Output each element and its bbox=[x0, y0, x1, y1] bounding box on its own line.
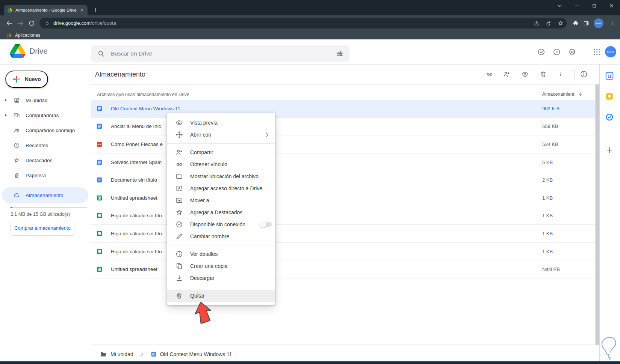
file-row[interactable]: Untitled spreadsheet1 KB bbox=[91, 189, 595, 207]
address-bar[interactable]: drive.google.com/drive/quota bbox=[39, 18, 567, 29]
sort-column-header[interactable]: Almacenamient bbox=[542, 91, 584, 97]
menu-item-mostrar-ubicacion[interactable]: Mostrar ubicación del archivo bbox=[167, 170, 275, 182]
menu-item-mover-a[interactable]: Mover a bbox=[167, 194, 275, 206]
download-icon bbox=[175, 274, 183, 282]
calendar-icon[interactable]: 31 bbox=[605, 71, 614, 80]
file-row[interactable]: Hoja de cálculo sin títu1 KB bbox=[91, 207, 595, 225]
info-icon bbox=[175, 250, 183, 258]
search-icon[interactable] bbox=[97, 50, 105, 57]
scrollbar-track[interactable] bbox=[595, 84, 599, 345]
keep-icon[interactable] bbox=[605, 92, 614, 101]
install-icon[interactable] bbox=[534, 20, 540, 26]
side-panel-icon[interactable] bbox=[583, 20, 589, 26]
share-person-add-icon[interactable] bbox=[503, 71, 510, 78]
expand-caret-icon[interactable] bbox=[5, 99, 7, 102]
delete-trash-icon[interactable] bbox=[540, 71, 547, 78]
breadcrumb-root[interactable]: Mi unidad bbox=[110, 351, 133, 357]
menu-item-agregar-acceso-directo[interactable]: Agregar acceso directo a Drive bbox=[167, 182, 275, 194]
tasks-icon[interactable] bbox=[605, 113, 614, 121]
menu-item-disponible-sin-conexion[interactable]: Disponible sin conexión bbox=[167, 218, 275, 230]
menu-item-vista-previa[interactable]: Vista previa bbox=[167, 117, 275, 129]
forward-button[interactable] bbox=[17, 20, 24, 27]
menu-item-abrir-con[interactable]: Abrir con bbox=[167, 129, 275, 141]
person-add-icon bbox=[175, 149, 183, 156]
reload-button[interactable] bbox=[28, 20, 35, 27]
buy-storage-button[interactable]: Comprar almacenamiento bbox=[11, 221, 74, 236]
sidebar-item-papelera[interactable]: Papelera bbox=[0, 168, 91, 183]
preview-eye-icon[interactable] bbox=[521, 71, 529, 78]
menu-item-quitar[interactable]: Quitar bbox=[167, 290, 275, 302]
file-row[interactable]: Hoja de cálculo sin títu1 KB bbox=[91, 225, 595, 243]
menu-item-crear-copia[interactable]: Crear una copia bbox=[167, 260, 275, 272]
file-row[interactable]: PDFCómo Poner Flechas e534 KB bbox=[91, 135, 595, 153]
add-addon-plus-icon[interactable] bbox=[605, 146, 614, 154]
file-size: 534 KB bbox=[542, 141, 558, 147]
menu-item-descargar[interactable]: Descargar bbox=[167, 272, 275, 284]
bookmarks-label[interactable]: Aplicaciones bbox=[15, 33, 40, 38]
account-avatar[interactable]: Solvetic bbox=[605, 46, 616, 57]
new-tab-button[interactable] bbox=[93, 7, 98, 13]
help-icon[interactable]: ? bbox=[553, 48, 561, 56]
extensions-puzzle-icon[interactable] bbox=[573, 20, 579, 26]
file-row[interactable]: Old Context Menu Windows 11902 K B bbox=[91, 100, 595, 118]
browser-menu-icon[interactable] bbox=[609, 20, 615, 26]
menu-item-compartir[interactable]: Compartir bbox=[167, 146, 275, 158]
scrollbar-thumb[interactable] bbox=[595, 84, 599, 345]
tab-close-icon[interactable] bbox=[80, 8, 84, 12]
tab-search-button[interactable] bbox=[551, 0, 568, 11]
file-row[interactable]: Solvetic Internet Spain5 KB bbox=[91, 153, 595, 171]
maximize-button[interactable] bbox=[585, 0, 603, 11]
url-domain: drive.google.com bbox=[53, 20, 91, 26]
file-type-sheet-icon bbox=[96, 212, 103, 219]
sidebar-item-computadoras[interactable]: Computadoras bbox=[0, 108, 91, 123]
offline-icon bbox=[175, 221, 183, 228]
file-row[interactable]: Untitled spreadsheetNaN PB bbox=[91, 260, 595, 278]
sort-arrow-down-icon[interactable] bbox=[578, 91, 584, 97]
more-actions-icon[interactable] bbox=[558, 71, 563, 78]
browser-profile-avatar[interactable]: Solvetic bbox=[594, 18, 603, 28]
breadcrumb-divider bbox=[91, 344, 595, 345]
expand-caret-icon[interactable] bbox=[5, 114, 7, 117]
sidebar-item-destacados[interactable]: Destacados bbox=[0, 153, 91, 168]
sidebar-item-almacenamiento[interactable]: Almacenamiento bbox=[2, 187, 88, 203]
search-bar[interactable] bbox=[91, 45, 349, 62]
search-options-icon[interactable] bbox=[336, 50, 343, 57]
settings-gear-icon[interactable] bbox=[568, 48, 576, 56]
new-button[interactable]: Nuevo bbox=[5, 71, 48, 88]
menu-item-obtener-vinculo[interactable]: Obtener vínculo bbox=[167, 158, 275, 170]
sidebar-item-label: Almacenamiento bbox=[26, 193, 64, 198]
menu-item-cambiar-nombre[interactable]: Cambiar nombre bbox=[167, 230, 275, 242]
storage-progress-bar bbox=[11, 207, 87, 208]
offline-toggle[interactable] bbox=[261, 222, 272, 227]
search-input[interactable] bbox=[111, 50, 336, 57]
sidebar-item-compartidos-conmigo[interactable]: Compartidos conmigo bbox=[0, 123, 91, 138]
menu-item-label: Crear una copia bbox=[190, 263, 228, 269]
browser-tab[interactable]: Almacenamiento - Google Drive bbox=[4, 5, 88, 15]
move-to-icon bbox=[175, 197, 183, 204]
file-type-doc-icon bbox=[96, 159, 103, 165]
bookmark-star-icon[interactable] bbox=[558, 20, 564, 26]
get-link-icon[interactable] bbox=[486, 71, 493, 78]
url-path: /drive/quota bbox=[91, 20, 116, 26]
close-button[interactable] bbox=[603, 0, 620, 11]
file-name: Untitled spreadsheet bbox=[111, 266, 157, 272]
back-button[interactable] bbox=[6, 20, 13, 27]
sidebar-item-recientes[interactable]: Recientes bbox=[0, 138, 91, 153]
drive-logo-icon[interactable] bbox=[10, 44, 26, 58]
sidebar-item-label: Mi unidad bbox=[26, 98, 48, 103]
menu-item-agregar-destacados[interactable]: Agregar a Destacados bbox=[167, 206, 275, 218]
menu-divider bbox=[167, 287, 275, 287]
sidebar-item-mi-unidad[interactable]: Mi unidad bbox=[0, 93, 91, 108]
apps-grid-icon[interactable] bbox=[7, 33, 12, 38]
file-row[interactable]: Documento sin título2 KB bbox=[91, 171, 595, 189]
file-row[interactable]: Hoja de cálculo sin títu1 KB bbox=[91, 243, 595, 261]
breadcrumb-file[interactable]: Old Context Menu Windows 11 bbox=[160, 351, 232, 357]
minimize-button[interactable] bbox=[568, 0, 585, 11]
share-icon[interactable] bbox=[546, 20, 552, 26]
offline-status-icon[interactable] bbox=[537, 48, 545, 56]
rail-divider bbox=[603, 134, 616, 134]
file-row[interactable]: Anclar al Menu de Inic659 KB bbox=[91, 118, 595, 136]
details-info-icon[interactable] bbox=[580, 70, 588, 78]
menu-item-ver-detalles[interactable]: Ver detalles bbox=[167, 248, 275, 260]
google-apps-icon[interactable] bbox=[593, 48, 601, 56]
